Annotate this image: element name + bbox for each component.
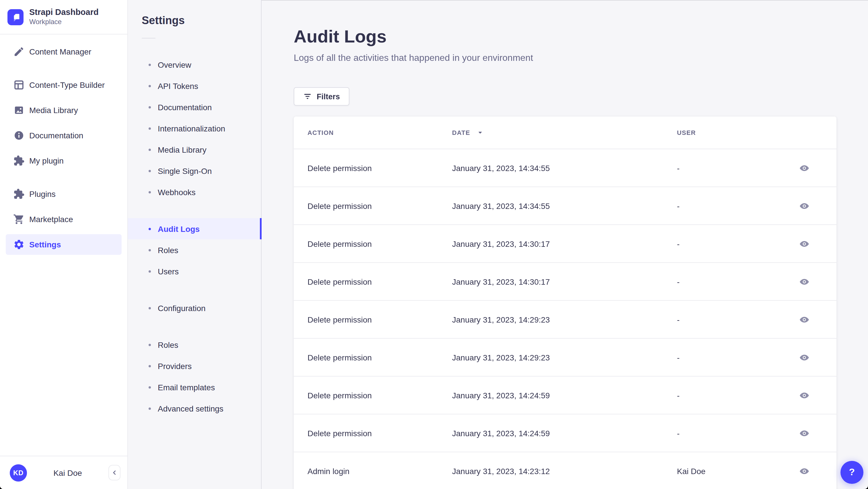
sidebar-nav: Content Manager Content-Type Builder Med… (0, 34, 127, 255)
subnav-link[interactable]: Providers (128, 355, 261, 376)
sidebar-item[interactable]: Content Manager (6, 41, 122, 62)
chevron-left-icon (111, 469, 118, 476)
bullet-icon (149, 127, 151, 129)
table-row[interactable]: Delete permission January 31, 2023, 14:3… (294, 224, 836, 262)
subnav-link[interactable]: Media Library (128, 139, 261, 160)
filters-button[interactable]: Filters (294, 87, 349, 105)
sidebar-item[interactable]: Media Library (6, 100, 122, 121)
settings-subnav: Settings Overview API Tokens Docu (128, 0, 261, 489)
sidebar-item[interactable]: Marketplace (6, 209, 122, 230)
subnav-link[interactable]: Roles (128, 239, 261, 261)
bullet-icon (149, 249, 151, 251)
table-row[interactable]: Admin login January 31, 2023, 14:23:12 K… (294, 452, 836, 489)
puzzle-icon (13, 188, 25, 200)
cell-action: Delete permission (308, 239, 452, 248)
table-row[interactable]: Delete permission January 31, 2023, 14:2… (294, 300, 836, 338)
cell-action: Delete permission (308, 277, 452, 286)
view-log-button[interactable] (795, 424, 813, 442)
eye-icon (799, 239, 809, 249)
subnav-title: Settings (142, 14, 247, 28)
sidebar-item[interactable]: Content-Type Builder (6, 74, 122, 95)
user-name: Kai Doe (27, 468, 108, 477)
main-content: Audit Logs Logs of all the activities th… (261, 0, 868, 489)
cell-user: - (677, 163, 768, 173)
bullet-icon (149, 386, 151, 388)
puzzle-icon (13, 155, 25, 166)
view-log-button[interactable] (795, 386, 813, 404)
subnav-list: Overview API Tokens Documentation Intern… (128, 54, 261, 419)
audit-logs-table: ACTION DATE USER Delete permission (294, 117, 836, 489)
sidebar-user-row: KD Kai Doe (0, 456, 127, 489)
column-header-date[interactable]: DATE (452, 129, 677, 136)
table-header-row: ACTION DATE USER (294, 117, 836, 149)
table-row[interactable]: Delete permission January 31, 2023, 14:3… (294, 186, 836, 224)
view-log-button[interactable] (795, 159, 813, 177)
sidebar-item[interactable]: Documentation (6, 125, 122, 146)
bullet-icon (149, 270, 151, 272)
column-header-user[interactable]: USER (677, 129, 768, 136)
cell-date: January 31, 2023, 14:30:17 (452, 277, 677, 286)
avatar[interactable]: KD (10, 464, 27, 481)
cell-date: January 31, 2023, 14:24:59 (452, 428, 677, 438)
cell-action: Delete permission (308, 353, 452, 362)
help-button[interactable]: ? (840, 461, 863, 484)
subnav-link[interactable]: Configuration (128, 297, 261, 318)
cell-user: - (677, 353, 768, 362)
cell-action: Delete permission (308, 391, 452, 400)
sidebar-item[interactable]: Plugins (6, 184, 122, 204)
eye-icon (799, 352, 809, 362)
view-log-button[interactable] (795, 235, 813, 253)
gear-icon (13, 239, 25, 250)
sidebar-item[interactable]: My plugin (6, 150, 122, 171)
subnav-link[interactable]: Users (128, 261, 261, 282)
cell-action: Delete permission (308, 163, 452, 173)
app-window: Strapi Dashboard Workplace Content Manag… (0, 0, 868, 489)
subnav-link[interactable]: Internationalization (128, 118, 261, 139)
table-row[interactable]: Delete permission January 31, 2023, 14:2… (294, 338, 836, 376)
eye-icon (799, 314, 809, 325)
subnav-link[interactable]: Single Sign-On (128, 160, 261, 181)
subnav-link[interactable]: Webhooks (128, 181, 261, 203)
workspace-switcher[interactable]: Strapi Dashboard Workplace (0, 0, 127, 34)
strapi-logo-icon (7, 9, 24, 25)
image-icon (13, 104, 25, 116)
workspace-title: Strapi Dashboard (29, 7, 99, 17)
cell-date: January 31, 2023, 14:23:12 (452, 466, 677, 476)
view-log-button[interactable] (795, 462, 813, 480)
info-icon (13, 130, 25, 141)
subnav-link[interactable]: Documentation (128, 96, 261, 118)
cell-action: Delete permission (308, 201, 452, 210)
table-row[interactable]: Delete permission January 31, 2023, 14:2… (294, 414, 836, 452)
sort-desc-icon[interactable] (477, 130, 483, 135)
table-row[interactable]: Delete permission January 31, 2023, 14:3… (294, 149, 836, 186)
view-log-button[interactable] (795, 348, 813, 366)
eye-icon (799, 201, 809, 211)
bullet-icon (149, 227, 151, 230)
cell-date: January 31, 2023, 14:24:59 (452, 391, 677, 400)
subnav-link[interactable]: Advanced settings (128, 398, 261, 419)
subnav-link[interactable]: Overview (128, 54, 261, 75)
subnav-link[interactable]: API Tokens (128, 75, 261, 96)
bullet-icon (149, 85, 151, 87)
table-row[interactable]: Delete permission January 31, 2023, 14:3… (294, 262, 836, 300)
page-title: Audit Logs (294, 28, 868, 46)
cell-date: January 31, 2023, 14:34:55 (452, 163, 677, 173)
filter-icon (303, 92, 312, 101)
subnav-link[interactable]: Roles (128, 334, 261, 355)
eye-icon (799, 163, 809, 173)
divider (142, 38, 155, 38)
column-header-action[interactable]: ACTION (308, 129, 452, 136)
subnav-link[interactable]: Email templates (128, 376, 261, 398)
view-log-button[interactable] (795, 310, 813, 329)
view-log-button[interactable] (795, 272, 813, 291)
bullet-icon (149, 365, 151, 367)
bullet-icon (149, 148, 151, 151)
collapse-sidebar-button[interactable] (108, 465, 121, 480)
bullet-icon (149, 63, 151, 66)
subnav-link[interactable]: Audit Logs (128, 218, 261, 239)
sidebar-item[interactable]: Settings (6, 234, 122, 255)
cell-action: Admin login (308, 466, 452, 476)
bullet-icon (149, 343, 151, 346)
view-log-button[interactable] (795, 196, 813, 215)
table-row[interactable]: Delete permission January 31, 2023, 14:2… (294, 376, 836, 414)
